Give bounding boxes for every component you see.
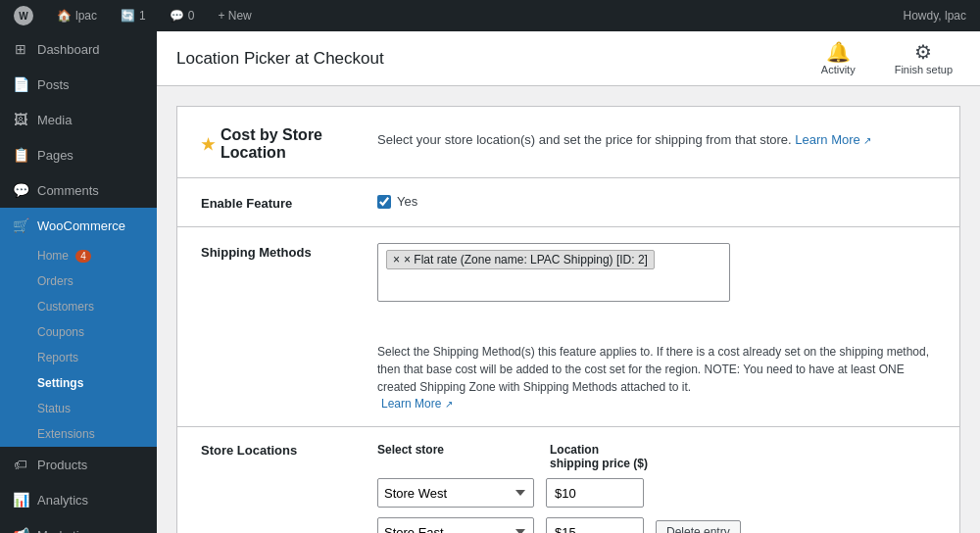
finish-setup-label: Finish setup bbox=[895, 64, 953, 75]
main-content: Location Picker at Checkout 🔔 Activity ⚙… bbox=[157, 31, 980, 533]
star-icon: ★ bbox=[201, 135, 215, 154]
wp-logo[interactable]: W bbox=[8, 0, 39, 31]
sidebar-item-marketing[interactable]: 📢 Marketing bbox=[0, 517, 157, 533]
sidebar-item-extensions[interactable]: Extensions bbox=[0, 421, 157, 447]
comments-item[interactable]: 💬 0 bbox=[164, 0, 201, 31]
feature-title-block: ★ Cost by Store Location bbox=[201, 126, 358, 162]
sidebar-item-analytics[interactable]: 📊 Analytics bbox=[0, 482, 157, 517]
tag-input-box[interactable]: × × Flat rate (Zone name: LPAC Shipping)… bbox=[377, 243, 730, 302]
enable-feature-label: Enable Feature bbox=[201, 194, 358, 211]
store-locations-label: Store Locations bbox=[201, 443, 358, 458]
howdy-text: Howdy, lpac bbox=[904, 9, 966, 23]
shipping-description: Select the Shipping Method(s) this featu… bbox=[377, 343, 936, 396]
learn-more-text-2: Learn More bbox=[381, 397, 441, 411]
site-icon: 🏠 bbox=[57, 9, 72, 23]
shipping-info-text: Select the Shipping Method(s) this featu… bbox=[377, 331, 936, 411]
sidebar-item-settings[interactable]: Settings bbox=[0, 370, 157, 396]
home-badge: 4 bbox=[75, 250, 91, 263]
updates-icon: 🔄 bbox=[121, 9, 135, 23]
store-select-2[interactable]: Store West Store East Store South Store … bbox=[377, 517, 534, 533]
customers-label: Customers bbox=[37, 300, 94, 314]
marketing-icon: 📢 bbox=[12, 527, 29, 533]
feature-description: Select your store location(s) and set th… bbox=[377, 126, 936, 150]
external-link-icon-2: ↗ bbox=[445, 399, 453, 410]
comments-icon: 💬 bbox=[170, 9, 184, 23]
new-button[interactable]: + New bbox=[212, 0, 257, 31]
feature-title-text: Cost by Store Location bbox=[220, 126, 358, 162]
external-link-icon-1: ↗ bbox=[863, 135, 871, 146]
sidebar-item-posts[interactable]: 📄 Posts bbox=[0, 67, 157, 102]
shipping-tag: × × Flat rate (Zone name: LPAC Shipping)… bbox=[386, 250, 655, 269]
location-row-2: Store West Store East Store South Store … bbox=[377, 517, 936, 533]
media-icon: 🖼 bbox=[12, 112, 29, 127]
col-header-price: Location shipping price ($) bbox=[550, 443, 648, 470]
sidebar-item-home[interactable]: Home 4 bbox=[0, 243, 157, 268]
finish-setup-icon: ⚙ bbox=[914, 42, 932, 62]
location-row-1: Store West Store East Store South Store … bbox=[377, 478, 936, 508]
posts-icon: 📄 bbox=[12, 76, 29, 92]
activity-label: Activity bbox=[821, 64, 856, 75]
sidebar-item-media[interactable]: 🖼 Media bbox=[0, 102, 157, 137]
site-name-text: lpac bbox=[75, 9, 97, 23]
sidebar-item-pages[interactable]: 📋 Pages bbox=[0, 137, 157, 172]
enable-feature-content: Yes bbox=[377, 194, 936, 209]
reports-label: Reports bbox=[37, 351, 78, 364]
tag-remove-icon[interactable]: × bbox=[393, 253, 400, 266]
sidebar-label-marketing: Marketing bbox=[37, 528, 93, 534]
orders-label: Orders bbox=[37, 274, 74, 288]
dashboard-icon: ⊞ bbox=[12, 41, 29, 57]
sidebar-label-pages: Pages bbox=[37, 148, 74, 163]
coupons-label: Coupons bbox=[37, 325, 84, 339]
store-select-1[interactable]: Store West Store East Store South Store … bbox=[377, 478, 534, 508]
admin-bar: W 🏠 lpac 🔄 1 💬 0 + New Howdy, lpac bbox=[0, 0, 980, 31]
howdy-item[interactable]: Howdy, lpac bbox=[898, 0, 972, 31]
learn-more-text-1: Learn More bbox=[795, 132, 859, 147]
price-input-1[interactable] bbox=[546, 478, 644, 508]
enable-feature-checkbox[interactable] bbox=[377, 195, 391, 209]
sidebar-item-orders[interactable]: Orders bbox=[0, 268, 157, 294]
sidebar-item-products[interactable]: 🏷 Products bbox=[0, 447, 157, 482]
sidebar-label-analytics: Analytics bbox=[37, 493, 88, 508]
status-label: Status bbox=[37, 402, 71, 415]
products-icon: 🏷 bbox=[12, 457, 29, 472]
delete-entry-button-1[interactable]: Delete entry bbox=[656, 520, 741, 533]
updates-count: 1 bbox=[139, 9, 146, 23]
price-input-2[interactable] bbox=[546, 517, 644, 533]
activity-button[interactable]: 🔔 Activity bbox=[813, 38, 863, 79]
sidebar-item-dashboard[interactable]: ⊞ Dashboard bbox=[0, 31, 157, 67]
enable-checkbox-row: Yes bbox=[377, 194, 936, 209]
enable-feature-section: Enable Feature Yes bbox=[177, 178, 959, 227]
enable-feature-checkbox-label: Yes bbox=[397, 194, 417, 209]
shipping-methods-section: Shipping Methods × × Flat rate (Zone nam… bbox=[177, 227, 959, 427]
header-actions: 🔔 Activity ⚙ Finish setup bbox=[813, 38, 960, 79]
updates-item[interactable]: 🔄 1 bbox=[115, 0, 152, 31]
feature-header: ★ Cost by Store Location Select your sto… bbox=[177, 107, 959, 178]
woo-icon: 🛒 bbox=[12, 218, 29, 233]
wp-logo-icon: W bbox=[14, 6, 33, 25]
shipping-methods-label: Shipping Methods bbox=[201, 243, 358, 302]
sidebar-item-customers[interactable]: Customers bbox=[0, 294, 157, 319]
sidebar-item-comments[interactable]: 💬 Comments bbox=[0, 172, 157, 208]
new-button-label: + New bbox=[218, 9, 251, 23]
sidebar-item-reports[interactable]: Reports bbox=[0, 345, 157, 370]
sidebar-label-dashboard: Dashboard bbox=[37, 42, 100, 57]
delete-entry-label-1: Delete entry bbox=[666, 525, 730, 533]
settings-label: Settings bbox=[37, 376, 83, 390]
sidebar: ⊞ Dashboard 📄 Posts 🖼 Media 📋 Pages 💬 Co… bbox=[0, 31, 157, 533]
store-locations-content: Select store Location shipping price ($)… bbox=[377, 443, 936, 533]
shipping-methods-content: × × Flat rate (Zone name: LPAC Shipping)… bbox=[377, 243, 730, 302]
site-name[interactable]: 🏠 lpac bbox=[51, 0, 103, 31]
sidebar-label-woocommerce: WooCommerce bbox=[37, 218, 125, 233]
sidebar-item-woocommerce[interactable]: 🛒 WooCommerce bbox=[0, 208, 157, 243]
page-header: Location Picker at Checkout 🔔 Activity ⚙… bbox=[157, 31, 980, 86]
feature-desc-text: Select your store location(s) and set th… bbox=[377, 132, 792, 147]
pages-icon: 📋 bbox=[12, 147, 29, 163]
sidebar-item-coupons[interactable]: Coupons bbox=[0, 319, 157, 345]
content-area: ★ Cost by Store Location Select your sto… bbox=[157, 86, 980, 533]
feature-card: ★ Cost by Store Location Select your sto… bbox=[176, 106, 960, 533]
feature-title: ★ Cost by Store Location bbox=[201, 126, 358, 162]
sidebar-item-status[interactable]: Status bbox=[0, 396, 157, 421]
learn-more-link-2[interactable]: Learn More ↗ bbox=[381, 397, 453, 411]
learn-more-link-1[interactable]: Learn More ↗ bbox=[795, 132, 871, 147]
finish-setup-button[interactable]: ⚙ Finish setup bbox=[887, 38, 960, 79]
